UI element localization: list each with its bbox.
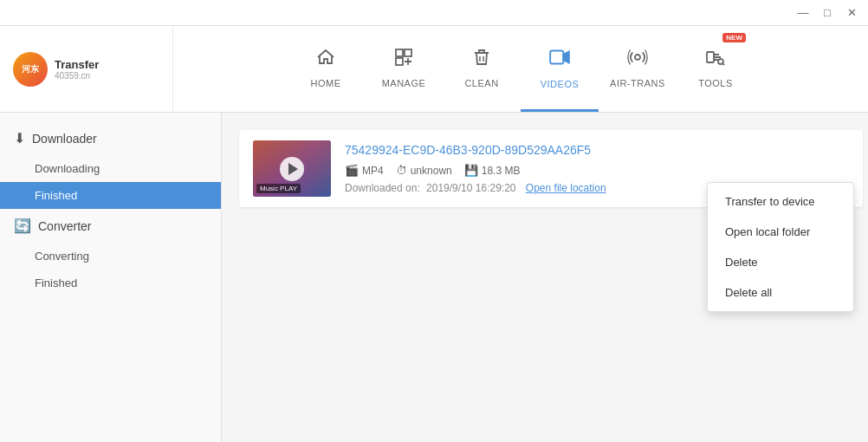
context-menu: Transfer to device Open local folder Del… xyxy=(707,182,854,312)
meta-size: 💾 18.3 MB xyxy=(464,164,521,177)
finished-dl-label: Finished xyxy=(35,189,77,202)
nav-bar: HOME MANAGE CLEAN xyxy=(173,26,868,112)
video-list: Music PLAY 75429924-EC9D-46B3-920D-89D52… xyxy=(222,113,868,442)
duration-value: unknown xyxy=(411,165,452,177)
context-menu-item-transfer[interactable]: Transfer to device xyxy=(708,186,853,217)
app-domain: 40359.cn xyxy=(55,71,99,81)
svg-rect-5 xyxy=(707,52,714,62)
context-menu-item-open-folder[interactable]: Open local folder xyxy=(708,217,853,247)
video-title[interactable]: 75429924-EC9D-46B3-920D-89D529AA26F5 xyxy=(345,143,849,157)
nav-airtrans-label: AIR-TRANS xyxy=(610,78,665,88)
finished-cv-label: Finished xyxy=(35,276,77,289)
nav-item-manage[interactable]: MANAGE xyxy=(365,26,443,112)
download-icon: ⬇ xyxy=(14,130,25,146)
sidebar-item-converting[interactable]: Converting xyxy=(0,243,221,270)
clock-icon: ⏱ xyxy=(396,164,407,177)
video-thumbnail[interactable]: Music PLAY xyxy=(253,140,331,197)
nav-home-label: HOME xyxy=(311,78,341,88)
logo-area: 河东 Transfer 40359.cn xyxy=(0,26,173,112)
sidebar-item-downloading[interactable]: Downloading xyxy=(0,155,221,182)
svg-rect-1 xyxy=(405,49,411,56)
date-value: 2019/9/10 16:29:20 xyxy=(426,182,515,194)
size-icon: 💾 xyxy=(464,164,478,177)
logo-text-group: Transfer 40359.cn xyxy=(55,58,99,81)
tools-new-badge: NEW xyxy=(722,33,746,42)
window-controls[interactable]: — □ ✕ xyxy=(797,7,858,19)
play-triangle-icon xyxy=(288,163,298,175)
logo-icon: 河东 xyxy=(13,52,48,87)
converter-icon: 🔄 xyxy=(14,218,31,234)
nav-item-videos[interactable]: VIDEOS xyxy=(521,26,599,112)
format-value: MP4 xyxy=(362,165,384,177)
nav-item-clean[interactable]: CLEAN xyxy=(443,26,521,112)
clean-icon xyxy=(471,47,492,73)
context-menu-item-delete-all[interactable]: Delete all xyxy=(708,277,853,308)
sidebar-downloader-label: Downloader xyxy=(32,132,97,146)
meta-duration: ⏱ unknown xyxy=(396,164,452,177)
sidebar-converter-label: Converter xyxy=(38,219,91,233)
sidebar: ⬇ Downloader Downloading Finished 🔄 Conv… xyxy=(0,113,222,442)
svg-rect-3 xyxy=(550,50,563,63)
sidebar-item-finished-dl[interactable]: Finished xyxy=(0,182,221,209)
sidebar-item-finished-cv[interactable]: Finished xyxy=(0,270,221,296)
svg-point-4 xyxy=(635,55,640,60)
play-button[interactable] xyxy=(280,157,304,181)
svg-rect-0 xyxy=(396,49,403,56)
airtrans-icon xyxy=(627,47,648,73)
nav-manage-label: MANAGE xyxy=(382,78,426,88)
home-icon xyxy=(315,47,336,73)
meta-format: 🎬 MP4 xyxy=(345,164,384,177)
open-location-link[interactable]: Open file location xyxy=(526,182,606,194)
nav-clean-label: CLEAN xyxy=(464,78,498,88)
svg-rect-2 xyxy=(396,58,403,65)
maximize-button[interactable]: □ xyxy=(821,7,833,19)
date-label: Downloaded on: xyxy=(345,182,420,194)
sidebar-section-converter[interactable]: 🔄 Converter xyxy=(0,209,221,243)
tools-icon xyxy=(705,47,726,73)
thumb-label: Music PLAY xyxy=(256,184,301,193)
main-content: ⬇ Downloader Downloading Finished 🔄 Conv… xyxy=(0,113,868,442)
context-menu-item-delete[interactable]: Delete xyxy=(708,247,853,277)
minimize-button[interactable]: — xyxy=(797,7,809,19)
video-meta: 🎬 MP4 ⏱ unknown 💾 18.3 MB xyxy=(345,164,849,177)
svg-point-6 xyxy=(718,59,723,64)
header: 河东 Transfer 40359.cn HOME xyxy=(0,26,868,113)
nav-item-airtrans[interactable]: AIR-TRANS xyxy=(599,26,677,112)
close-button[interactable]: ✕ xyxy=(845,7,858,19)
manage-icon xyxy=(393,47,414,73)
downloading-label: Downloading xyxy=(35,162,100,175)
video-icon: 🎬 xyxy=(345,164,359,177)
size-value: 18.3 MB xyxy=(482,165,521,177)
app-name: Transfer xyxy=(55,58,99,71)
videos-icon xyxy=(548,46,571,74)
converting-label: Converting xyxy=(35,250,89,263)
sidebar-section-downloader[interactable]: ⬇ Downloader xyxy=(0,121,221,155)
nav-tools-label: TOOLS xyxy=(698,78,733,88)
nav-videos-label: VIDEOS xyxy=(541,79,580,89)
nav-item-home[interactable]: HOME xyxy=(287,26,365,112)
titlebar: — □ ✕ xyxy=(0,0,868,26)
nav-item-tools-wrap[interactable]: TOOLS NEW xyxy=(677,26,755,112)
